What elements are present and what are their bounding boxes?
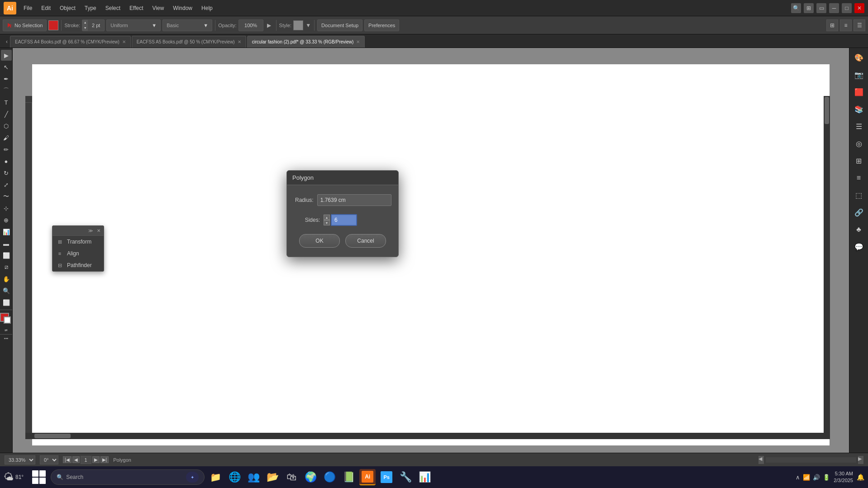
taskbar-ms-store[interactable]: 🛍 <box>283 469 300 485</box>
zoom-select[interactable]: 33.33% <box>5 455 35 464</box>
warp-tool[interactable]: 〜 <box>1 191 12 202</box>
style-swatch[interactable] <box>293 20 303 30</box>
links-btn[interactable]: 🔗 <box>851 205 867 220</box>
tab-1-close[interactable]: ✕ <box>122 39 126 44</box>
next-page-btn[interactable]: ▶ <box>92 456 100 463</box>
puppet-warp-tool[interactable]: ⊕ <box>1 215 12 225</box>
status-scrollbar[interactable] <box>766 457 856 463</box>
fill-stroke-colors[interactable] <box>0 313 13 325</box>
opacity-expand-btn[interactable]: ▶ <box>265 19 273 31</box>
taskbar-edge[interactable]: 🌐 <box>226 469 243 485</box>
graph-tool[interactable]: 📊 <box>1 226 12 237</box>
layers-btn[interactable]: ≡ <box>851 170 867 186</box>
stroke-value-field[interactable] <box>88 20 104 31</box>
radius-input[interactable] <box>317 194 391 206</box>
cc-libraries-btn[interactable]: 📚 <box>851 101 867 117</box>
stroke-width-input[interactable]: ▲ ▼ <box>82 19 105 31</box>
tray-network-icon[interactable]: 📶 <box>803 474 810 481</box>
panel-item-align[interactable]: ≡ Align <box>52 248 104 259</box>
status-expand-right[interactable]: ▶ <box>858 456 863 464</box>
eraser-tool[interactable]: ⬜ <box>1 297 12 308</box>
ok-button[interactable]: OK <box>299 234 340 248</box>
tab-2[interactable]: EACFSS A5 Books.pdf @ 50 % (CMYK/Preview… <box>132 36 246 48</box>
taskbar-files[interactable]: 📁 <box>207 469 224 485</box>
menu-expand-btn[interactable]: ☰ <box>854 19 865 31</box>
tab-3[interactable]: circular fashion (2).pdf* @ 33.33 % (RGB… <box>247 36 365 48</box>
page-number-input[interactable] <box>81 456 91 464</box>
paintbrush-tool[interactable]: 🖌 <box>1 132 12 143</box>
minimize-icon[interactable]: ─ <box>829 3 839 13</box>
close-icon[interactable]: ✕ <box>854 3 864 13</box>
brush-type-dropdown[interactable]: Basic ▼ <box>162 19 212 31</box>
column-graph-tool[interactable]: ▬ <box>1 238 12 249</box>
system-clock[interactable]: 5:30 AM 2/3/2025 <box>834 470 853 484</box>
layout-icon[interactable]: ⊞ <box>804 3 814 13</box>
type-tool[interactable]: T <box>1 97 12 108</box>
float-panel-expand[interactable]: ≫ <box>87 228 94 234</box>
panel-item-transform[interactable]: ⊞ Transform <box>52 236 104 248</box>
menu-select[interactable]: Select <box>102 3 124 13</box>
sides-spinner[interactable]: ▲ ▼ <box>324 215 330 225</box>
panel-item-pathfinder[interactable]: ⊟ Pathfinder <box>52 259 104 271</box>
blob-brush-tool[interactable]: ● <box>1 156 12 167</box>
sides-up-btn[interactable]: ▲ <box>324 215 330 220</box>
canvas-area[interactable]: Polygon Radius: Sides: ▲ ▼ <box>13 48 849 453</box>
taskbar-teams[interactable]: 👥 <box>245 469 262 485</box>
tray-battery-icon[interactable]: 🔋 <box>823 474 830 481</box>
horizontal-scroll-thumb[interactable] <box>34 434 71 438</box>
stroke-down-btn[interactable]: ▼ <box>82 25 88 31</box>
shape-tool[interactable]: ⬡ <box>1 120 12 131</box>
slice-tool[interactable]: ⧄ <box>1 262 12 273</box>
document-setup-btn[interactable]: Document Setup <box>317 19 362 31</box>
tabs-scroll-left[interactable]: ‹ <box>4 36 10 48</box>
fill-color-btn[interactable] <box>48 20 58 30</box>
taskbar-chrome[interactable]: 🔵 <box>321 469 338 485</box>
symbols-btn[interactable]: ♣ <box>851 222 867 237</box>
menu-object[interactable]: Object <box>56 3 79 13</box>
color-btn[interactable]: 🟥 <box>851 84 867 100</box>
rotation-select[interactable]: 0° <box>40 455 58 464</box>
stroke-spinners[interactable]: ▲ ▼ <box>82 20 88 31</box>
preferences-btn[interactable]: Preferences <box>364 19 399 31</box>
arrange-btn[interactable]: ⊞ <box>826 19 838 31</box>
swap-colors-btn[interactable]: ⇄ <box>5 328 8 332</box>
horizontal-scrollbar[interactable] <box>25 433 824 439</box>
transform-r-btn[interactable]: ⊞ <box>851 153 867 168</box>
search-bar[interactable]: 🔍 Search ✦ <box>51 469 205 485</box>
maximize-icon[interactable]: □ <box>842 3 852 13</box>
tray-volume-icon[interactable]: 🔊 <box>813 474 820 481</box>
search-icon[interactable]: 🔍 <box>791 3 801 13</box>
line-tool[interactable]: ╱ <box>1 109 12 120</box>
curvature-tool[interactable]: ⌒ <box>1 85 12 96</box>
prev-page-btn[interactable]: ◀ <box>72 456 80 463</box>
free-transform-tool[interactable]: ⊹ <box>1 203 12 214</box>
align2-btn[interactable]: ≡ <box>840 19 852 31</box>
color-guide-btn[interactable]: 🎨 <box>851 50 867 65</box>
comments-btn[interactable]: 💬 <box>851 239 867 254</box>
opacity-field[interactable] <box>238 19 263 31</box>
stroke-up-btn[interactable]: ▲ <box>82 20 88 25</box>
more-tools-btn[interactable]: ••• <box>4 336 8 341</box>
first-page-btn[interactable]: |◀ <box>63 456 72 463</box>
pencil-tool[interactable]: ✏ <box>1 144 12 155</box>
menu-type[interactable]: Type <box>81 3 100 13</box>
hand-tool[interactable]: ✋ <box>1 273 12 284</box>
vertical-scroll-thumb[interactable] <box>825 97 829 124</box>
tab-1[interactable]: EACFSS A4 Books.pdf @ 66.67 % (CMYK/Prev… <box>10 36 131 48</box>
selection-tool[interactable]: ▶ <box>1 50 12 61</box>
cancel-button[interactable]: Cancel <box>345 234 386 248</box>
sides-input[interactable] <box>331 214 357 226</box>
taskbar-explorer[interactable]: 📂 <box>264 469 281 485</box>
menu-help[interactable]: Help <box>198 3 216 13</box>
menu-file[interactable]: File <box>20 3 36 13</box>
stroke-color-box[interactable] <box>4 316 11 324</box>
menu-edit[interactable]: Edit <box>38 3 54 13</box>
rotate-tool[interactable]: ↻ <box>1 167 12 178</box>
properties-btn[interactable]: ☰ <box>851 119 867 134</box>
pen-tool[interactable]: ✒ <box>1 73 12 84</box>
zoom-tool[interactable]: 🔍 <box>1 285 12 296</box>
last-page-btn[interactable]: ▶| <box>100 456 109 463</box>
taskbar-app2[interactable]: 📊 <box>416 469 433 485</box>
taskbar-excel[interactable]: 📗 <box>340 469 357 485</box>
image-trace-btn[interactable]: 📷 <box>851 67 867 82</box>
